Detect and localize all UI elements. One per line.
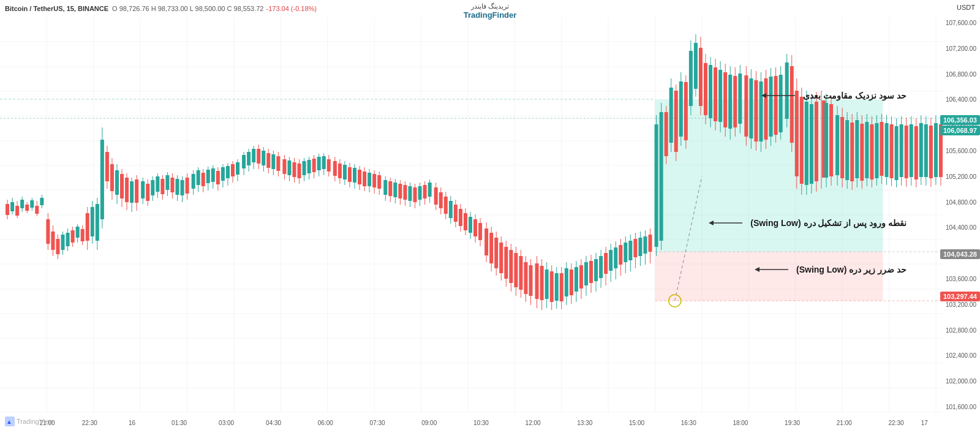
svg-rect-310 <box>674 91 678 152</box>
svg-rect-76 <box>86 213 89 241</box>
svg-rect-98 <box>141 181 145 198</box>
sl-arrow-icon <box>755 265 791 274</box>
svg-rect-326 <box>714 67 717 121</box>
svg-rect-210 <box>423 185 427 198</box>
svg-rect-108 <box>165 175 169 190</box>
mid-price-badge: 104,043.28 <box>940 249 980 259</box>
svg-rect-356 <box>790 66 794 143</box>
svg-rect-138 <box>242 155 246 168</box>
svg-rect-318 <box>694 43 698 89</box>
svg-rect-226 <box>464 213 467 230</box>
tv-watermark-text: TradingView <box>17 418 54 425</box>
svg-rect-112 <box>175 179 179 195</box>
svg-rect-328 <box>718 70 722 122</box>
svg-rect-386 <box>865 122 869 178</box>
svg-rect-250 <box>524 262 527 294</box>
svg-rect-340 <box>749 78 753 138</box>
svg-rect-382 <box>855 120 859 178</box>
svg-rect-238 <box>494 238 498 268</box>
svg-rect-398 <box>895 126 899 180</box>
svg-rect-94 <box>130 181 134 203</box>
svg-rect-302 <box>655 124 658 247</box>
chart-ohlc: O 98,726.76 H 98,733.00 L 98,500.00 C 98… <box>112 5 263 12</box>
svg-rect-370 <box>824 103 828 178</box>
svg-rect-296 <box>638 238 642 256</box>
svg-rect-266 <box>565 268 568 296</box>
svg-rect-264 <box>560 273 564 301</box>
svg-rect-292 <box>628 241 632 260</box>
svg-rect-102 <box>151 180 154 195</box>
svg-rect-376 <box>840 117 844 178</box>
take-profit-label: حد سود نزدیک مقاومت بعدی <box>761 91 907 100</box>
svg-rect-188 <box>368 173 371 186</box>
svg-rect-158 <box>292 162 296 177</box>
svg-rect-212 <box>428 183 432 197</box>
svg-rect-116 <box>186 178 189 194</box>
svg-rect-134 <box>231 164 235 176</box>
svg-rect-126 <box>211 168 215 182</box>
open-label: O <box>112 5 118 12</box>
svg-rect-192 <box>377 175 381 189</box>
svg-rect-282 <box>604 253 608 274</box>
svg-rect-80 <box>96 204 99 241</box>
svg-rect-290 <box>624 243 627 262</box>
svg-rect-278 <box>594 259 598 281</box>
svg-rect-324 <box>709 65 712 118</box>
svg-rect-74 <box>81 229 85 241</box>
svg-rect-130 <box>221 167 225 181</box>
svg-rect-402 <box>905 126 908 178</box>
svg-rect-206 <box>413 187 417 202</box>
svg-rect-286 <box>614 247 617 268</box>
chart-container: Bitcoin / TetherUS, 15, BINANCE O 98,726… <box>0 0 980 430</box>
svg-rect-202 <box>403 185 407 200</box>
svg-rect-216 <box>439 192 443 208</box>
svg-rect-70 <box>71 230 75 243</box>
svg-rect-114 <box>181 180 184 195</box>
svg-rect-186 <box>363 172 366 186</box>
time-1330: 13:30 <box>577 420 592 426</box>
svg-rect-304 <box>660 112 663 241</box>
svg-rect-404 <box>910 124 913 177</box>
svg-rect-372 <box>829 104 833 176</box>
svg-rect-270 <box>575 267 578 292</box>
price-103600: 103,600.00 <box>940 276 979 282</box>
svg-rect-124 <box>206 170 210 183</box>
svg-rect-182 <box>353 168 356 183</box>
svg-marker-419 <box>761 93 766 98</box>
svg-rect-342 <box>754 80 758 141</box>
high-label: H <box>151 5 156 12</box>
svg-rect-338 <box>744 75 748 137</box>
svg-rect-262 <box>555 273 559 301</box>
svg-rect-50 <box>20 200 24 208</box>
time-0900: 09:00 <box>421 420 437 426</box>
low-value: 98,500.00 <box>195 5 225 12</box>
chart-area <box>0 17 943 413</box>
svg-rect-394 <box>885 123 889 177</box>
current-price-badge-high: 106,356.03 <box>940 115 980 125</box>
svg-rect-156 <box>287 160 291 175</box>
time-1500: 15:00 <box>629 420 644 426</box>
close-label: C <box>227 5 232 12</box>
svg-rect-174 <box>333 161 337 176</box>
svg-rect-240 <box>499 243 503 273</box>
stop-loss-label: حد ضرر زیر دره (Swing Low) <box>755 265 907 274</box>
price-106800: 106,800.00 <box>940 71 979 78</box>
svg-rect-78 <box>91 207 94 236</box>
svg-rect-242 <box>504 247 508 279</box>
svg-rect-396 <box>890 124 894 178</box>
tv-logo-icon: ▲ <box>5 417 15 426</box>
stop-loss-zone <box>655 252 883 301</box>
svg-rect-180 <box>348 167 352 182</box>
svg-rect-276 <box>589 261 593 283</box>
time-0130: 01:30 <box>172 420 187 426</box>
svg-rect-228 <box>469 217 472 233</box>
svg-rect-274 <box>584 262 588 285</box>
svg-rect-364 <box>810 104 813 184</box>
svg-rect-84 <box>105 152 109 181</box>
price-106400: 106,400.00 <box>940 96 979 103</box>
svg-rect-314 <box>684 82 688 140</box>
svg-rect-374 <box>835 115 839 175</box>
svg-rect-332 <box>728 75 732 129</box>
svg-rect-412 <box>929 126 933 178</box>
svg-rect-232 <box>478 223 482 240</box>
